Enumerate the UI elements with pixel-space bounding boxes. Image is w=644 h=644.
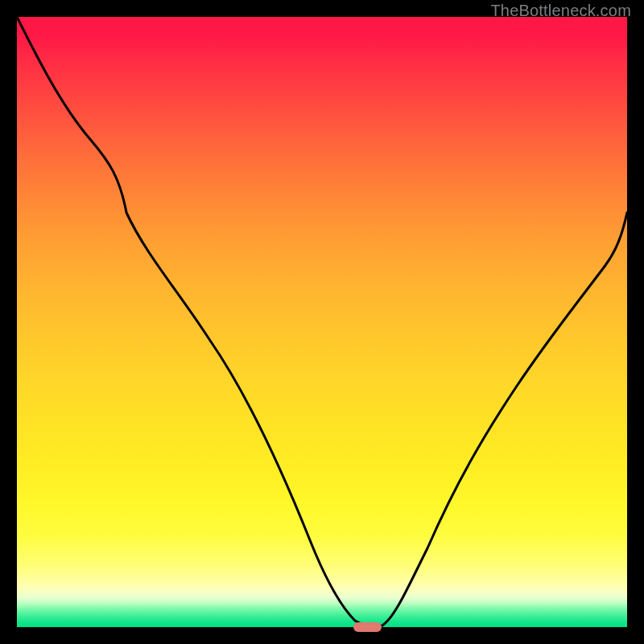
curve-path [17, 17, 627, 627]
plot-area [17, 17, 627, 627]
chart-frame: TheBottleneck.com [0, 0, 644, 644]
attribution-text: TheBottleneck.com [490, 2, 631, 20]
minimum-marker [353, 622, 382, 632]
bottleneck-curve [17, 17, 627, 627]
